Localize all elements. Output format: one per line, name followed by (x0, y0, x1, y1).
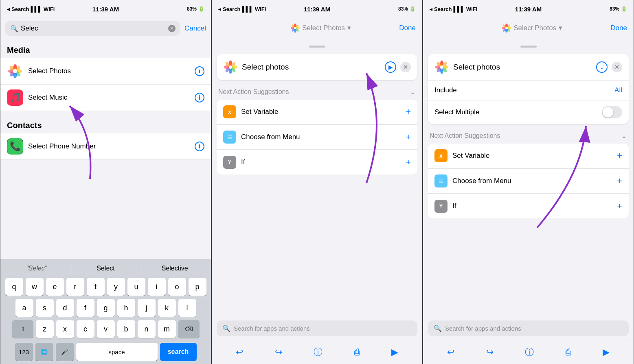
collapse-btn-3[interactable]: ⌄ (596, 61, 608, 73)
key-search[interactable]: search (160, 343, 197, 361)
close-btn-3[interactable]: ✕ (612, 62, 622, 72)
suggestion-variable-3[interactable]: x Set Variable + (428, 144, 629, 168)
battery-1: 83% (187, 6, 197, 12)
include-value[interactable]: All (614, 86, 622, 94)
if-icon-2: Y (223, 156, 236, 169)
status-right-1: 83% 🔋 (187, 6, 204, 12)
key-e[interactable]: e (46, 278, 64, 296)
list-item-select-music[interactable]: 🎵 Select Music i (0, 85, 211, 111)
play-btn-2[interactable]: ▶ (391, 347, 398, 357)
expand-btn-2[interactable]: ▶ (385, 61, 396, 73)
key-p[interactable]: p (189, 278, 206, 296)
list-item-select-phone[interactable]: 📞 Select Phone Number i (0, 133, 211, 160)
key-b[interactable]: b (117, 320, 135, 338)
key-q[interactable]: q (5, 278, 23, 296)
key-i[interactable]: i (148, 278, 166, 296)
suggestion-menu-3[interactable]: ☰ Choose from Menu + (428, 169, 629, 194)
svg-point-41 (505, 27, 508, 29)
battery-icon-2: 🔋 (410, 6, 416, 12)
status-bar-3: ◂ Search ▌▌▌ WiFi 11:39 AM 83% 🔋 (423, 0, 634, 18)
info-btn-3[interactable]: ⓘ (525, 346, 534, 358)
clear-button[interactable]: ✕ (168, 25, 176, 32)
search-results: Media (0, 39, 211, 259)
play-btn-3[interactable]: ▶ (603, 347, 610, 357)
suggestion-menu-2[interactable]: ☰ Choose from Menu + (217, 125, 417, 150)
key-x[interactable]: x (56, 320, 74, 338)
share-btn-3[interactable]: ⎙ (566, 347, 571, 357)
key-u[interactable]: u (127, 278, 145, 296)
key-o[interactable]: o (168, 278, 186, 296)
key-a[interactable]: a (15, 299, 33, 317)
autocorrect-3[interactable]: Selective (140, 262, 209, 275)
key-globe[interactable]: 🌐 (35, 343, 53, 361)
key-j[interactable]: j (138, 299, 156, 317)
suggestion-if-2[interactable]: Y If + (217, 150, 417, 174)
key-z[interactable]: z (36, 320, 54, 338)
key-r[interactable]: r (66, 278, 84, 296)
suggestions-chevron-3: ⌄ (621, 131, 627, 140)
info-button-music[interactable]: i (195, 93, 204, 102)
add-variable-btn-2[interactable]: + (406, 107, 411, 117)
key-c[interactable]: c (77, 320, 94, 338)
add-variable-btn-3[interactable]: + (617, 150, 622, 161)
action-card-left-2: Select photos (223, 60, 289, 74)
options-card-3: Select photos ⌄ ✕ Include All Select Mul… (428, 54, 629, 124)
bottom-search-text-2: Search for apps and actions (234, 325, 310, 332)
cancel-button[interactable]: Cancel (184, 24, 206, 33)
key-123[interactable]: 123 (15, 343, 33, 361)
autocorrect-1[interactable]: "Selec" (2, 262, 71, 275)
undo-btn-3[interactable]: ↩ (447, 347, 454, 357)
key-f[interactable]: f (77, 299, 94, 317)
status-time-2: 11:39 AM (304, 6, 330, 13)
key-l[interactable]: l (178, 299, 196, 317)
phone3-done-btn[interactable]: Done (610, 24, 627, 32)
key-d[interactable]: d (56, 299, 74, 317)
signal-icon: ▌▌▌ (31, 6, 42, 12)
key-s[interactable]: s (36, 299, 54, 317)
signal-icon-3: ▌▌▌ (453, 6, 465, 12)
list-item-select-photos[interactable]: Select Photos i (0, 58, 211, 85)
info-button-photos[interactable]: i (195, 66, 204, 76)
option-select-multiple[interactable]: Select Multiple (428, 100, 629, 124)
redo-btn-2[interactable]: ↪ (275, 347, 282, 357)
close-btn-2[interactable]: ✕ (400, 62, 411, 72)
key-k[interactable]: k (158, 299, 176, 317)
undo-btn-2[interactable]: ↩ (236, 347, 243, 357)
select-multiple-toggle[interactable] (602, 106, 622, 118)
share-btn-2[interactable]: ⎙ (354, 347, 360, 357)
option-include[interactable]: Include All (428, 81, 629, 100)
section-media-header: Media (0, 39, 211, 58)
redo-btn-3[interactable]: ↪ (486, 347, 494, 357)
key-delete[interactable]: ⌫ (178, 320, 200, 338)
key-shift[interactable]: ⇧ (12, 320, 33, 338)
suggestion-variable-2[interactable]: x Set Variable + (217, 100, 417, 124)
key-t[interactable]: t (87, 278, 105, 296)
bottom-search-2[interactable]: 🔍 Search for apps and actions (217, 320, 417, 336)
header-photos-icon-3 (502, 24, 511, 33)
suggestion-if-3[interactable]: Y If + (428, 194, 629, 218)
autocorrect-2[interactable]: Select (71, 262, 140, 275)
key-n[interactable]: n (138, 320, 156, 338)
search-input[interactable] (21, 24, 166, 33)
key-g[interactable]: g (97, 299, 115, 317)
key-w[interactable]: w (26, 278, 44, 296)
add-if-btn-3[interactable]: + (617, 201, 622, 211)
key-mic[interactable]: 🎤 (56, 343, 74, 361)
key-h[interactable]: h (117, 299, 135, 317)
battery-3: 83% (610, 6, 619, 12)
info-btn-2[interactable]: ⓘ (314, 346, 322, 358)
search-input-wrap[interactable]: 🔍 ✕ (5, 21, 180, 36)
bottom-search-3[interactable]: 🔍 Search for apps and actions (428, 320, 629, 336)
phone3-header-title: Select Photos (513, 24, 556, 32)
key-m[interactable]: m (158, 320, 176, 338)
add-if-btn-2[interactable]: + (406, 157, 411, 168)
add-menu-btn-3[interactable]: + (617, 176, 622, 186)
key-space[interactable]: space (76, 343, 158, 361)
key-v[interactable]: v (97, 320, 115, 338)
info-button-phone[interactable]: i (195, 142, 204, 151)
signal-icon-2: ▌▌▌ (242, 6, 253, 12)
add-menu-btn-2[interactable]: + (406, 132, 411, 142)
suggestions-title-2: Next Action Suggestions (218, 88, 289, 96)
key-y[interactable]: y (107, 278, 125, 296)
phone2-done-btn[interactable]: Done (399, 24, 416, 32)
